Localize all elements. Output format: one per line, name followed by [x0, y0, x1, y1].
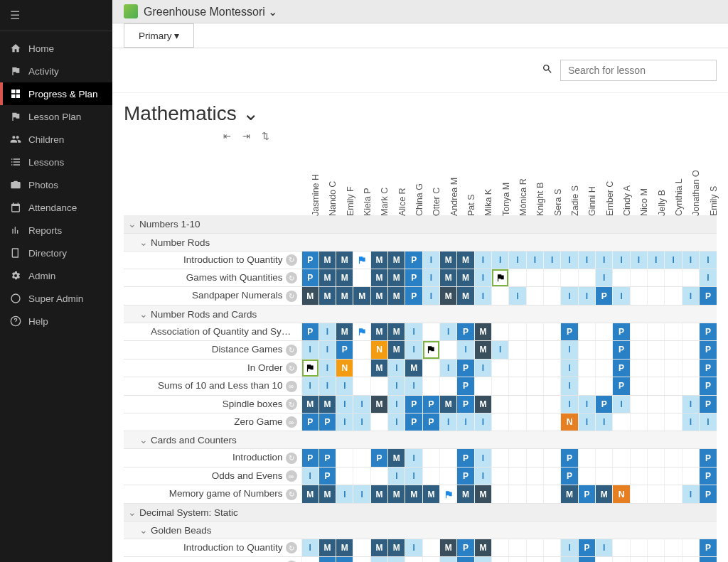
progress-cell[interactable]	[544, 395, 561, 413]
progress-cell[interactable]: I	[388, 395, 405, 413]
progress-cell[interactable]: I	[370, 557, 387, 562]
progress-cell[interactable]	[665, 557, 682, 562]
progress-cell[interactable]	[336, 449, 353, 467]
progress-cell[interactable]	[544, 287, 561, 305]
progress-cell[interactable]: I	[578, 395, 595, 413]
progress-cell[interactable]: P	[596, 287, 613, 305]
progress-cell[interactable]	[422, 341, 439, 359]
progress-cell[interactable]: P	[301, 414, 318, 431]
progress-cell[interactable]: P	[336, 557, 353, 562]
progress-cell[interactable]	[544, 323, 561, 340]
progress-cell[interactable]: I	[440, 414, 457, 431]
progress-cell[interactable]: I	[388, 414, 405, 431]
progress-cell[interactable]	[613, 449, 630, 467]
sidebar-item-lessons[interactable]: Lessons	[0, 151, 112, 173]
progress-cell[interactable]	[526, 269, 543, 286]
progress-cell[interactable]: M	[318, 485, 336, 503]
progress-cell[interactable]: I	[596, 539, 613, 556]
progress-cell[interactable]: N	[370, 341, 387, 359]
subgroup-header[interactable]: ⌄Number Rods and Cards	[124, 305, 301, 323]
sidebar-item-children[interactable]: Children	[0, 128, 112, 151]
progress-cell[interactable]: M	[370, 323, 387, 340]
progress-cell[interactable]	[648, 287, 665, 305]
progress-cell[interactable]: M	[318, 539, 336, 556]
progress-cell[interactable]: M	[457, 287, 474, 305]
lesson-label[interactable]: Sandpaper Numerals↻	[124, 287, 301, 305]
progress-cell[interactable]: I	[613, 395, 630, 413]
progress-cell[interactable]: M	[457, 269, 474, 286]
progress-cell[interactable]	[665, 269, 682, 286]
progress-cell[interactable]	[665, 414, 682, 431]
progress-cell[interactable]	[353, 377, 370, 395]
progress-cell[interactable]: M	[353, 287, 370, 305]
progress-cell[interactable]	[526, 377, 543, 395]
progress-cell[interactable]: I	[440, 557, 457, 562]
progress-cell[interactable]: I	[336, 414, 353, 431]
progress-cell[interactable]: I	[422, 251, 439, 269]
lesson-label[interactable]: Spindle boxes↻	[124, 395, 301, 413]
progress-cell[interactable]: P	[457, 557, 474, 562]
page-title[interactable]: Mathematics ⌄	[124, 102, 717, 125]
progress-cell[interactable]: I	[405, 377, 422, 395]
progress-cell[interactable]: M	[370, 287, 387, 305]
progress-cell[interactable]: M	[388, 449, 405, 467]
progress-cell[interactable]	[544, 341, 561, 359]
progress-cell[interactable]	[492, 539, 509, 556]
progress-cell[interactable]: I	[682, 485, 699, 503]
progress-cell[interactable]: I	[422, 269, 439, 286]
progress-cell[interactable]: P	[370, 449, 387, 467]
progress-cell[interactable]	[648, 449, 665, 467]
progress-cell[interactable]	[665, 467, 682, 485]
progress-cell[interactable]: P	[613, 341, 630, 359]
progress-cell[interactable]	[578, 341, 595, 359]
subgroup-header[interactable]: ⌄Cards and Counters	[124, 431, 301, 449]
progress-cell[interactable]	[596, 341, 613, 359]
progress-cell[interactable]	[648, 467, 665, 485]
progress-cell[interactable]: I	[596, 269, 613, 286]
progress-cell[interactable]	[422, 539, 439, 556]
progress-cell[interactable]: M	[405, 359, 422, 377]
progress-cell[interactable]: I	[353, 414, 370, 431]
progress-cell[interactable]: I	[474, 449, 491, 467]
progress-cell[interactable]	[682, 467, 699, 485]
progress-cell[interactable]	[544, 467, 561, 485]
progress-cell[interactable]	[509, 359, 526, 377]
progress-cell[interactable]: I	[561, 377, 578, 395]
progress-cell[interactable]	[648, 395, 665, 413]
progress-cell[interactable]: I	[509, 287, 526, 305]
progress-cell[interactable]: P	[700, 467, 717, 485]
progress-cell[interactable]	[353, 341, 370, 359]
progress-cell[interactable]: P	[318, 557, 336, 562]
progress-cell[interactable]: M	[336, 269, 353, 286]
progress-cell[interactable]: I	[613, 251, 630, 269]
progress-cell[interactable]	[492, 323, 509, 340]
progress-cell[interactable]: P	[561, 449, 578, 467]
progress-cell[interactable]: I	[474, 467, 491, 485]
progress-cell[interactable]: I	[353, 485, 370, 503]
progress-cell[interactable]	[613, 414, 630, 431]
progress-cell[interactable]: P	[700, 377, 717, 395]
progress-cell[interactable]: P	[700, 539, 717, 556]
progress-cell[interactable]	[665, 485, 682, 503]
progress-cell[interactable]	[544, 539, 561, 556]
subgroup-header[interactable]: ⌄Number Rods	[124, 233, 301, 251]
progress-cell[interactable]: M	[370, 359, 387, 377]
progress-cell[interactable]	[630, 395, 647, 413]
progress-cell[interactable]: P	[422, 414, 439, 431]
progress-cell[interactable]: M	[370, 251, 387, 269]
progress-cell[interactable]: P	[405, 414, 422, 431]
progress-cell[interactable]	[648, 377, 665, 395]
progress-cell[interactable]	[422, 359, 439, 377]
progress-cell[interactable]: M	[388, 485, 405, 503]
progress-cell[interactable]	[630, 269, 647, 286]
progress-cell[interactable]	[665, 377, 682, 395]
progress-cell[interactable]: P	[457, 359, 474, 377]
progress-cell[interactable]: I	[457, 341, 474, 359]
progress-cell[interactable]	[544, 449, 561, 467]
progress-cell[interactable]: M	[457, 485, 474, 503]
lesson-label[interactable]: Odds and Evens∞	[124, 467, 301, 485]
progress-cell[interactable]	[509, 414, 526, 431]
progress-cell[interactable]: M	[301, 395, 318, 413]
progress-cell[interactable]	[509, 557, 526, 562]
progress-cell[interactable]: P	[457, 539, 474, 556]
